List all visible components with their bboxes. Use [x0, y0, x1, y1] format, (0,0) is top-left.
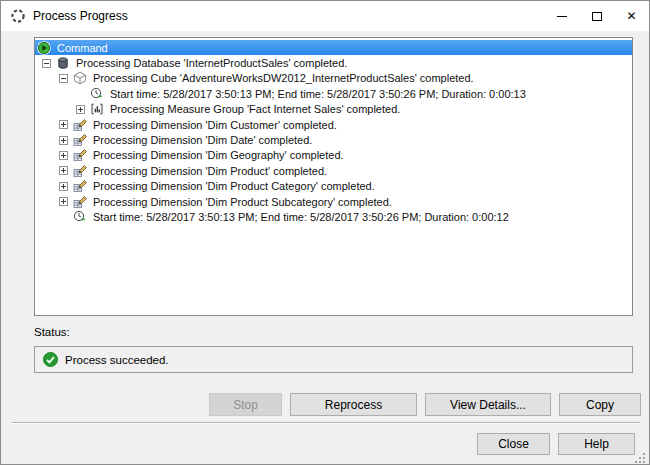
command-icon [37, 41, 51, 55]
expander-box [59, 120, 68, 129]
status-box: Process succeeded. [34, 346, 633, 373]
tree-row-label: Processing Dimension 'Dim Date' complete… [91, 134, 314, 146]
view-details-button[interactable]: View Details... [425, 393, 551, 416]
tree-row-label: Processing Dimension 'Dim Geography' com… [91, 149, 346, 161]
close-window-button[interactable]: ✕ [614, 1, 649, 31]
tree-row-label: Processing Dimension 'Dim Product Subcat… [91, 196, 394, 208]
process-icon [10, 8, 26, 24]
divider [12, 422, 640, 424]
tree-row[interactable]: Start time: 5/28/2017 3:50:13 PM; End ti… [35, 86, 632, 101]
tree-row[interactable]: Command [35, 40, 632, 55]
close-icon: ✕ [626, 10, 636, 22]
status-label: Status: [34, 326, 70, 338]
expander-box [59, 136, 68, 145]
tree-row[interactable]: Processing Dimension 'Dim Product Subcat… [35, 194, 632, 209]
tree-row[interactable]: Processing Measure Group 'Fact Internet … [35, 102, 632, 117]
tree-row-label: Start time: 5/28/2017 3:50:13 PM; End ti… [108, 88, 528, 100]
tree-row-label: Processing Measure Group 'Fact Internet … [108, 103, 402, 115]
expander-box [59, 166, 68, 175]
window-title: Process Progress [33, 9, 128, 23]
expander-plus-icon[interactable] [59, 197, 73, 206]
tree-row[interactable]: Processing Dimension 'Dim Date' complete… [35, 132, 632, 147]
dimension-icon [73, 164, 87, 178]
window-controls: ✕ [544, 1, 649, 31]
tree-row[interactable]: Processing Dimension 'Dim Customer' comp… [35, 117, 632, 132]
expander-box [76, 105, 85, 114]
tree-row-label: Command [55, 42, 110, 54]
success-check-icon [43, 352, 58, 367]
minimize-icon [557, 16, 567, 17]
tree-row-label: Processing Database 'InternetProductSale… [74, 57, 349, 69]
expander-minus-icon[interactable] [42, 59, 56, 68]
minimize-button[interactable] [544, 1, 579, 31]
dimension-icon [73, 118, 87, 132]
tree-row-label: Processing Dimension 'Dim Customer' comp… [91, 119, 339, 131]
expander-plus-icon[interactable] [59, 120, 73, 129]
tree-row-label: Processing Cube 'AdventureWorksDW2012_In… [91, 72, 476, 84]
measure-group-icon [90, 102, 104, 116]
tree-row[interactable]: Processing Database 'InternetProductSale… [35, 55, 632, 70]
help-button[interactable]: Help [558, 433, 635, 455]
expander-plus-icon[interactable] [59, 182, 73, 191]
stop-button[interactable]: Stop [209, 393, 282, 416]
expander-plus-icon[interactable] [59, 166, 73, 175]
resize-grip[interactable] [635, 450, 646, 461]
cube-icon [73, 71, 87, 85]
dimension-icon [73, 133, 87, 147]
status-message: Process succeeded. [65, 354, 169, 366]
database-icon [56, 56, 70, 70]
tree-row-label: Processing Dimension 'Dim Product' compl… [91, 165, 329, 177]
dimension-icon [73, 179, 87, 193]
dimension-icon [73, 148, 87, 162]
clock-icon [73, 210, 87, 224]
expander-box [59, 151, 68, 160]
expander-box [42, 59, 51, 68]
tree-row[interactable]: Processing Dimension 'Dim Product' compl… [35, 163, 632, 178]
dimension-icon [73, 195, 87, 209]
expander-minus-icon[interactable] [59, 74, 73, 83]
expander-box [59, 197, 68, 206]
tree-row[interactable]: Processing Dimension 'Dim Geography' com… [35, 148, 632, 163]
process-progress-dialog: Process Progress ✕ CommandProcessing Dat… [0, 0, 650, 465]
tree-row-label: Processing Dimension 'Dim Product Catego… [91, 180, 377, 192]
copy-button[interactable]: Copy [559, 393, 641, 416]
reprocess-button[interactable]: Reprocess [290, 393, 417, 416]
process-tree: CommandProcessing Database 'InternetProd… [34, 37, 633, 316]
expander-box [59, 182, 68, 191]
expander-plus-icon[interactable] [59, 136, 73, 145]
tree-row-label: Start time: 5/28/2017 3:50:13 PM; End ti… [91, 211, 511, 223]
tree-row[interactable]: Processing Cube 'AdventureWorksDW2012_In… [35, 71, 632, 86]
close-button[interactable]: Close [477, 433, 550, 455]
title-bar[interactable]: Process Progress ✕ [1, 1, 649, 31]
maximize-icon [592, 12, 602, 21]
clock-icon [90, 87, 104, 101]
tree-row[interactable]: Processing Dimension 'Dim Product Catego… [35, 179, 632, 194]
tree-row[interactable]: Start time: 5/28/2017 3:50:13 PM; End ti… [35, 209, 632, 224]
maximize-button[interactable] [579, 1, 614, 31]
expander-plus-icon[interactable] [76, 105, 90, 114]
expander-plus-icon[interactable] [59, 151, 73, 160]
expander-box [59, 74, 68, 83]
